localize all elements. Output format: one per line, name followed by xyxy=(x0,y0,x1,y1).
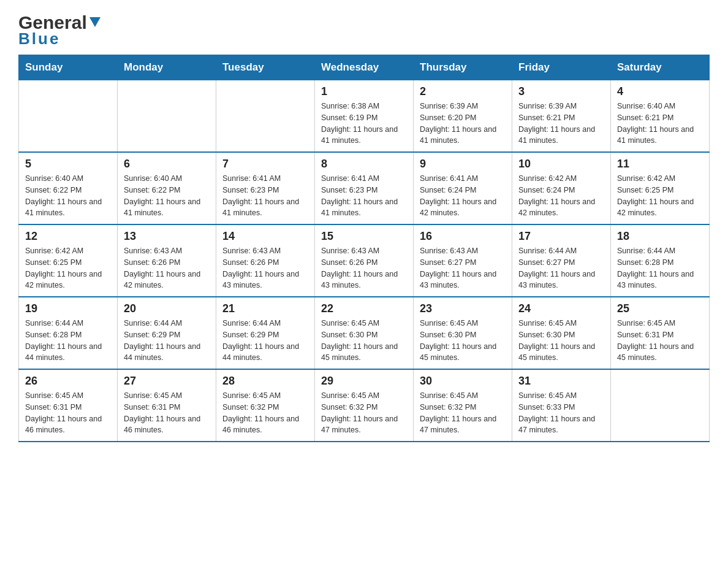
day-cell: 25Sunrise: 6:45 AM Sunset: 6:31 PM Dayli… xyxy=(611,297,710,369)
day-cell: 5Sunrise: 6:40 AM Sunset: 6:22 PM Daylig… xyxy=(19,152,118,224)
week-row-3: 12Sunrise: 6:42 AM Sunset: 6:25 PM Dayli… xyxy=(19,224,710,297)
day-number: 9 xyxy=(420,158,506,170)
day-number: 18 xyxy=(617,230,703,243)
day-cell: 18Sunrise: 6:44 AM Sunset: 6:28 PM Dayli… xyxy=(611,224,710,297)
day-cell: 16Sunrise: 6:43 AM Sunset: 6:27 PM Dayli… xyxy=(414,224,512,297)
day-cell: 8Sunrise: 6:41 AM Sunset: 6:23 PM Daylig… xyxy=(315,152,414,224)
day-cell: 31Sunrise: 6:45 AM Sunset: 6:33 PM Dayli… xyxy=(512,369,611,442)
day-info: Sunrise: 6:45 AM Sunset: 6:31 PM Dayligh… xyxy=(617,318,703,364)
page-header: General Blue xyxy=(18,12,710,48)
day-info: Sunrise: 6:45 AM Sunset: 6:31 PM Dayligh… xyxy=(124,390,210,436)
day-number: 29 xyxy=(321,375,407,388)
day-cell: 11Sunrise: 6:42 AM Sunset: 6:25 PM Dayli… xyxy=(611,152,710,224)
header-friday: Friday xyxy=(512,55,611,80)
week-row-4: 19Sunrise: 6:44 AM Sunset: 6:28 PM Dayli… xyxy=(19,297,710,369)
header-sunday: Sunday xyxy=(19,55,118,80)
day-info: Sunrise: 6:41 AM Sunset: 6:23 PM Dayligh… xyxy=(222,173,308,219)
day-cell: 23Sunrise: 6:45 AM Sunset: 6:30 PM Dayli… xyxy=(414,297,512,369)
logo-triangle-icon xyxy=(88,15,102,28)
calendar-header-row: SundayMondayTuesdayWednesdayThursdayFrid… xyxy=(19,55,710,80)
day-number: 2 xyxy=(420,85,506,98)
day-cell: 27Sunrise: 6:45 AM Sunset: 6:31 PM Dayli… xyxy=(118,369,216,442)
day-number: 13 xyxy=(124,230,210,243)
day-info: Sunrise: 6:42 AM Sunset: 6:24 PM Dayligh… xyxy=(518,173,604,219)
day-cell: 9Sunrise: 6:41 AM Sunset: 6:24 PM Daylig… xyxy=(414,152,512,224)
day-number: 27 xyxy=(124,375,210,388)
day-number: 15 xyxy=(321,230,407,243)
day-number: 1 xyxy=(321,85,407,98)
day-number: 14 xyxy=(222,230,308,243)
day-info: Sunrise: 6:45 AM Sunset: 6:30 PM Dayligh… xyxy=(518,318,604,364)
day-cell: 30Sunrise: 6:45 AM Sunset: 6:32 PM Dayli… xyxy=(414,369,512,442)
day-info: Sunrise: 6:44 AM Sunset: 6:29 PM Dayligh… xyxy=(222,318,308,364)
day-cell xyxy=(611,369,710,442)
day-number: 11 xyxy=(617,158,703,170)
day-cell xyxy=(216,80,315,153)
day-number: 24 xyxy=(518,302,604,315)
header-wednesday: Wednesday xyxy=(315,55,414,80)
day-number: 5 xyxy=(25,158,111,170)
day-info: Sunrise: 6:38 AM Sunset: 6:19 PM Dayligh… xyxy=(321,101,407,147)
day-info: Sunrise: 6:45 AM Sunset: 6:31 PM Dayligh… xyxy=(25,390,111,436)
day-info: Sunrise: 6:43 AM Sunset: 6:26 PM Dayligh… xyxy=(321,245,407,291)
day-cell: 26Sunrise: 6:45 AM Sunset: 6:31 PM Dayli… xyxy=(19,369,118,442)
header-thursday: Thursday xyxy=(414,55,512,80)
day-info: Sunrise: 6:40 AM Sunset: 6:22 PM Dayligh… xyxy=(124,173,210,219)
day-number: 19 xyxy=(25,302,111,315)
day-cell: 28Sunrise: 6:45 AM Sunset: 6:32 PM Dayli… xyxy=(216,369,315,442)
day-info: Sunrise: 6:43 AM Sunset: 6:26 PM Dayligh… xyxy=(222,245,308,291)
day-number: 8 xyxy=(321,158,407,170)
day-info: Sunrise: 6:43 AM Sunset: 6:26 PM Dayligh… xyxy=(124,245,210,291)
day-number: 17 xyxy=(518,230,604,243)
week-row-2: 5Sunrise: 6:40 AM Sunset: 6:22 PM Daylig… xyxy=(19,152,710,224)
day-number: 4 xyxy=(617,85,703,98)
day-cell xyxy=(118,80,216,153)
day-cell: 20Sunrise: 6:44 AM Sunset: 6:29 PM Dayli… xyxy=(118,297,216,369)
day-number: 16 xyxy=(420,230,506,243)
day-number: 31 xyxy=(518,375,604,388)
day-number: 28 xyxy=(222,375,308,388)
day-info: Sunrise: 6:42 AM Sunset: 6:25 PM Dayligh… xyxy=(617,173,703,219)
day-info: Sunrise: 6:40 AM Sunset: 6:21 PM Dayligh… xyxy=(617,101,703,147)
day-number: 30 xyxy=(420,375,506,388)
day-cell: 14Sunrise: 6:43 AM Sunset: 6:26 PM Dayli… xyxy=(216,224,315,297)
day-number: 10 xyxy=(518,158,604,170)
day-cell: 10Sunrise: 6:42 AM Sunset: 6:24 PM Dayli… xyxy=(512,152,611,224)
day-info: Sunrise: 6:43 AM Sunset: 6:27 PM Dayligh… xyxy=(420,245,506,291)
day-number: 7 xyxy=(222,158,308,170)
day-info: Sunrise: 6:45 AM Sunset: 6:30 PM Dayligh… xyxy=(420,318,506,364)
day-number: 25 xyxy=(617,302,703,315)
logo-blue: Blue xyxy=(18,29,60,48)
day-info: Sunrise: 6:41 AM Sunset: 6:23 PM Dayligh… xyxy=(321,173,407,219)
day-info: Sunrise: 6:39 AM Sunset: 6:20 PM Dayligh… xyxy=(420,101,506,147)
day-cell: 22Sunrise: 6:45 AM Sunset: 6:30 PM Dayli… xyxy=(315,297,414,369)
day-number: 12 xyxy=(25,230,111,243)
day-cell: 24Sunrise: 6:45 AM Sunset: 6:30 PM Dayli… xyxy=(512,297,611,369)
day-info: Sunrise: 6:44 AM Sunset: 6:27 PM Dayligh… xyxy=(518,245,604,291)
day-cell: 15Sunrise: 6:43 AM Sunset: 6:26 PM Dayli… xyxy=(315,224,414,297)
day-cell: 6Sunrise: 6:40 AM Sunset: 6:22 PM Daylig… xyxy=(118,152,216,224)
day-number: 22 xyxy=(321,302,407,315)
day-cell: 3Sunrise: 6:39 AM Sunset: 6:21 PM Daylig… xyxy=(512,80,611,153)
day-info: Sunrise: 6:45 AM Sunset: 6:32 PM Dayligh… xyxy=(321,390,407,436)
day-cell: 7Sunrise: 6:41 AM Sunset: 6:23 PM Daylig… xyxy=(216,152,315,224)
header-tuesday: Tuesday xyxy=(216,55,315,80)
day-cell: 1Sunrise: 6:38 AM Sunset: 6:19 PM Daylig… xyxy=(315,80,414,153)
day-number: 21 xyxy=(222,302,308,315)
day-info: Sunrise: 6:42 AM Sunset: 6:25 PM Dayligh… xyxy=(25,245,111,291)
header-monday: Monday xyxy=(118,55,216,80)
day-cell xyxy=(19,80,118,153)
svg-marker-0 xyxy=(89,17,100,27)
day-cell: 29Sunrise: 6:45 AM Sunset: 6:32 PM Dayli… xyxy=(315,369,414,442)
day-number: 6 xyxy=(124,158,210,170)
day-info: Sunrise: 6:41 AM Sunset: 6:24 PM Dayligh… xyxy=(420,173,506,219)
day-number: 23 xyxy=(420,302,506,315)
day-number: 3 xyxy=(518,85,604,98)
header-saturday: Saturday xyxy=(611,55,710,80)
day-info: Sunrise: 6:45 AM Sunset: 6:30 PM Dayligh… xyxy=(321,318,407,364)
day-info: Sunrise: 6:39 AM Sunset: 6:21 PM Dayligh… xyxy=(518,101,604,147)
day-cell: 21Sunrise: 6:44 AM Sunset: 6:29 PM Dayli… xyxy=(216,297,315,369)
day-number: 20 xyxy=(124,302,210,315)
day-info: Sunrise: 6:40 AM Sunset: 6:22 PM Dayligh… xyxy=(25,173,111,219)
day-info: Sunrise: 6:44 AM Sunset: 6:28 PM Dayligh… xyxy=(25,318,111,364)
